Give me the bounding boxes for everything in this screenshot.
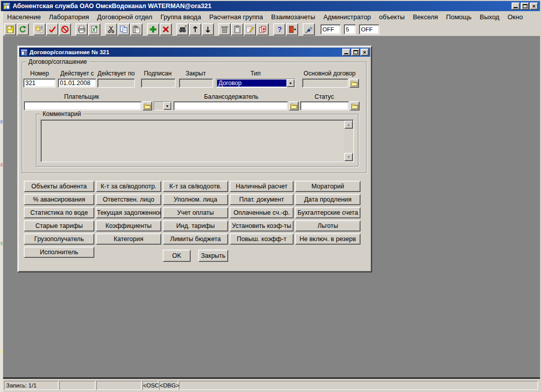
closed-field[interactable] <box>179 79 213 88</box>
status-lookup-button[interactable] <box>350 101 359 110</box>
authorized-persons-button[interactable]: Уполном. лица <box>163 194 228 205</box>
menu-pomosch[interactable]: Помощь <box>442 12 476 22</box>
cards-button[interactable]: Ф <box>257 23 269 35</box>
toolbar-field-2[interactable] <box>344 24 356 34</box>
not-in-reserve-button[interactable]: Не включ. в резерв <box>295 233 360 245</box>
coefficients-button[interactable]: Коэффициенты <box>96 220 161 231</box>
exit-door-icon <box>288 25 296 33</box>
menu-vyhod[interactable]: Выход <box>476 12 503 22</box>
export-excel-button[interactable]: X <box>88 23 100 35</box>
toolbar-field-3[interactable] <box>359 24 379 34</box>
main-contract-field[interactable] <box>302 79 348 88</box>
type-dropdown-button[interactable]: ▼ <box>286 79 295 87</box>
individual-tariffs-button[interactable]: Инд. тарифы <box>163 220 228 231</box>
print-button[interactable] <box>76 23 88 35</box>
save-button[interactable] <box>4 23 16 35</box>
delete-record-button[interactable] <box>160 23 172 35</box>
advance-percent-button[interactable]: % авансирования <box>24 194 94 205</box>
payer-field[interactable] <box>24 101 141 110</box>
old-tariffs-button[interactable]: Старые тарифы <box>24 220 94 231</box>
menu-laboratoriya[interactable]: Лаборатория <box>45 12 93 22</box>
copy-button[interactable] <box>118 23 130 35</box>
find-button[interactable]: ? <box>176 23 189 35</box>
menu-dogovornoy-otdel[interactable]: Договорной отдел <box>93 12 157 22</box>
paste-button[interactable] <box>130 23 142 35</box>
folder-icon <box>350 80 358 87</box>
accounting-accounts-button[interactable]: Бухгалтерские счета <box>295 207 360 218</box>
number-field[interactable] <box>23 79 56 88</box>
clipboard-icon <box>233 25 241 33</box>
menu-naselenie[interactable]: Население <box>3 12 45 22</box>
payment-accounting-button[interactable]: Учет оплаты <box>163 207 228 218</box>
cancel-button[interactable] <box>59 23 71 35</box>
objects-button[interactable]: Объекты абонента <box>24 181 94 192</box>
payer-type-dropdown-button[interactable]: ▼ <box>163 102 171 110</box>
payment-document-button[interactable]: Плат. документ <box>230 194 294 205</box>
toolbar-field-1[interactable] <box>320 24 341 34</box>
dialog-title: Договор/соглашение № 321 <box>29 49 110 55</box>
moratorium-button[interactable]: Мораторий <box>295 181 360 192</box>
status-field[interactable] <box>300 101 349 110</box>
svg-text:X: X <box>92 27 96 33</box>
close-button[interactable]: × <box>530 3 538 10</box>
ok-button[interactable]: OK <box>163 250 191 262</box>
dialog-maximize-button[interactable] <box>351 49 359 56</box>
previous-record-button[interactable] <box>189 23 201 35</box>
comment-scrollbar[interactable]: ▲ ▼ <box>344 121 353 161</box>
balance-holder-lookup-button[interactable] <box>289 101 299 110</box>
type-combobox[interactable]: Договор ▼ <box>216 79 295 88</box>
strip-mark <box>1 120 3 124</box>
cash-payment-button[interactable]: Наличный расчет <box>230 181 294 192</box>
edit-button[interactable] <box>244 23 256 35</box>
comment-textarea[interactable] <box>42 121 344 161</box>
enter-query-button[interactable]: ? <box>33 23 46 35</box>
valid-to-field[interactable] <box>97 79 135 88</box>
clear-record-button[interactable] <box>219 23 231 35</box>
menu-obekty[interactable]: объекты <box>375 12 409 22</box>
help-button[interactable]: ? <box>273 23 285 35</box>
dialog-minimize-button[interactable] <box>342 49 350 56</box>
executor-button[interactable]: Исполнитель <box>24 247 94 258</box>
balance-holder-field[interactable] <box>173 101 288 110</box>
budget-limits-button[interactable]: Лимиты бюджета <box>163 233 228 245</box>
menu-gruppa-vvoda[interactable]: Группа ввода <box>156 12 205 22</box>
menu-vzaimozachety[interactable]: Взаимозачеты <box>267 12 319 22</box>
connect-button[interactable] <box>303 23 315 35</box>
delete-x-icon <box>162 25 170 33</box>
signed-field[interactable] <box>141 79 175 88</box>
scroll-up-button[interactable]: ▲ <box>344 121 353 129</box>
menu-okno[interactable]: Окно <box>503 12 527 22</box>
increased-coeff-button[interactable]: Повыш. коэфф-т <box>230 233 294 245</box>
consignee-button[interactable]: Грузополучатель <box>24 233 94 245</box>
rollback-button[interactable] <box>17 23 29 35</box>
next-record-button[interactable] <box>202 23 214 35</box>
dialog-close-button[interactable]: × <box>360 49 369 56</box>
water-disposal-coeff-button[interactable]: К-т за св/водоотв. <box>163 181 228 192</box>
clipboard-button[interactable] <box>231 23 243 35</box>
responsible-person-button[interactable]: Ответствен. лицо <box>96 194 161 205</box>
menu-raschetnaya-gruppa[interactable]: Расчетная группа <box>205 12 267 22</box>
insert-record-button[interactable] <box>147 23 159 35</box>
paid-invoices-button[interactable]: Оплаченные сч.-ф. <box>230 207 294 218</box>
menu-vekselya[interactable]: Векселя <box>409 12 442 22</box>
close-dialog-button[interactable]: Закрыть <box>198 250 228 262</box>
valid-from-field[interactable] <box>58 79 96 88</box>
extension-date-button[interactable]: Дата продления <box>295 194 360 205</box>
maximize-button[interactable] <box>521 3 529 10</box>
benefits-button[interactable]: Льготы <box>295 220 360 231</box>
commit-button[interactable] <box>46 23 58 35</box>
current-debt-button[interactable]: Текущая задолженность <box>96 207 161 218</box>
water-supply-coeff-button[interactable]: К-т за св/водопотр. <box>96 181 161 192</box>
payer-lookup-button[interactable] <box>142 101 152 110</box>
payer-type-combobox[interactable]: ▼ <box>154 101 172 110</box>
category-button[interactable]: Категория <box>96 233 161 245</box>
water-statistics-button[interactable]: Статистика по воде <box>24 207 94 218</box>
scroll-down-button[interactable]: ▼ <box>344 153 353 161</box>
menu-administrator[interactable]: Администратор <box>319 12 375 22</box>
main-contract-lookup-button[interactable] <box>349 79 359 88</box>
cut-button[interactable] <box>105 23 117 35</box>
minimize-button[interactable] <box>512 3 520 10</box>
exit-button[interactable] <box>286 23 298 35</box>
set-coefficients-button[interactable]: Установить коэф-ты <box>230 220 294 231</box>
chevron-down-icon: ▼ <box>166 104 169 108</box>
